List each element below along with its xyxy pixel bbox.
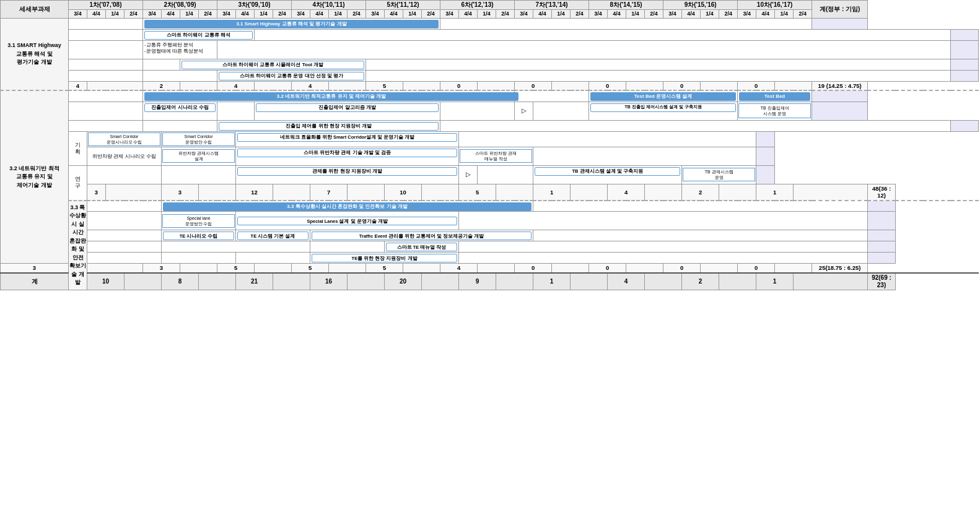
sub-7-4: 2/4	[571, 10, 589, 19]
header-period-5: 5차('11,'12)	[366, 1, 440, 10]
header-period-10: 10차('16,'17)	[738, 1, 812, 10]
section-3-2-bar-row: 3.2 네트워기반 최적교통류 유지 및제어기술 개발 3.2 네트워기반 최적…	[1, 90, 979, 102]
sub-1-3: 1/4	[106, 10, 125, 19]
header-period-1: 1차('07,'08)	[69, 1, 143, 10]
sub-6-1: 3/4	[440, 10, 459, 19]
sub-10-2: 4/4	[756, 10, 775, 19]
section-3-2-count: 3 3 12 7 10 5 1 4 2 1 48(36 : 12)	[1, 184, 979, 200]
header-period-8: 8차('14,'15)	[589, 1, 663, 10]
section-3-2-label: 3.2 네트워기반 최적교통류 유지 및제어기술 개발	[1, 90, 69, 263]
sub-6-2: 4/4	[459, 10, 478, 19]
sub-4-1: 3/4	[292, 10, 310, 19]
sub-8-3: 1/4	[626, 10, 645, 19]
section-3-3-row3: 스마트 TE 매뉴얼 작성	[1, 241, 979, 253]
sub-10-1: 3/4	[738, 10, 756, 19]
sub-7-3: 1/4	[552, 10, 571, 19]
section-3-1-row4: 스마트 하이웨이 교통류 시뮬레이션 Tool 개발	[1, 59, 979, 70]
count-3-1-p5: 5	[366, 81, 403, 90]
sub-8-1: 3/4	[589, 10, 608, 19]
count-3-1-total: 19 (14.25 : 4.75)	[812, 81, 868, 90]
main-table: 세세부과제 1차('07,'08) 2차('08,'09) 3차('09,'10…	[0, 0, 979, 290]
section-3-3-row1: Special lane운영방안 수립 Special Lanes 설계 및 운…	[1, 212, 979, 230]
count-3-3-total: 25(18.75 : 6.25)	[812, 264, 868, 273]
header-period-9: 9차('15,'16)	[663, 1, 738, 10]
sub-4-4: 2/4	[348, 10, 366, 19]
count-3-2-total: 48(36 : 12)	[868, 184, 896, 200]
sub-1-4: 2/4	[125, 10, 143, 19]
sub-4-3: 1/4	[329, 10, 348, 19]
section-3-2-row1: 진출입제어 시나리오 수립 진출입제어 알고리즘 개발 ▷ TB 진출입 제어시…	[1, 102, 979, 120]
sub-9-2: 4/4	[682, 10, 701, 19]
sub-9-1: 3/4	[663, 10, 682, 19]
section-3-1-row3: -교통류 주행패턴 분석-운영형태에 따른 특성분석	[1, 40, 979, 59]
sub-7-1: 3/4	[515, 10, 533, 19]
sub-9-3: 1/4	[701, 10, 719, 19]
section-3-2-row2: 진출입 제어를 위한 현장 지원장비 개발	[1, 120, 979, 131]
sub-3-4: 2/4	[273, 10, 292, 19]
section-3-3-row4: TE를 위한 현장 지원장비 개발	[1, 253, 979, 264]
section-3-2-row3: 기획 Smart Corridor운영시나리오 수립 Smart Corrido…	[1, 131, 979, 147]
count-3-1-p7: 0	[515, 81, 552, 90]
sub-5-2: 4/4	[385, 10, 403, 19]
header-task: 세세부과제	[1, 1, 69, 19]
sub-5-3: 1/4	[403, 10, 422, 19]
section-3-3-bar-row: 3.3 특수상황시 실시간혼잡완화 및 안전확보기술 개발 3.3 특수상황시 …	[1, 201, 979, 212]
section-3-3-label: 3.3 특수상황시 실시간혼잡완화 및 안전확보기술 개발	[69, 201, 87, 290]
count-3-1-p3: 4	[217, 81, 255, 90]
section-3-1-row2: 스마트 하이웨이 교통류 해석	[1, 29, 979, 40]
section-3-1-row5: 스마트 하이웨이 교통류 운영 대안 선정 및 평가	[1, 70, 979, 81]
sub-3-1: 3/4	[217, 10, 236, 19]
sub-10-4: 2/4	[794, 10, 812, 19]
count-3-1-p6: 0	[440, 81, 478, 90]
section-3-3-row2: TE 시나리오 수립 TE 시스템 기본 설계 Traffic Event 관리…	[1, 230, 979, 241]
sub-8-4: 2/4	[645, 10, 663, 19]
section-3-1-count: 4 2 4 4 5 0 0 0 0 0 19 (14.25 : 4.75)	[1, 81, 979, 90]
header-total: 계(정부 : 기임)	[812, 1, 868, 19]
sub-2-3: 1/4	[180, 10, 199, 19]
count-3-1-p2: 2	[143, 81, 180, 90]
section-3-1-label: 3.1 SMART Highway교통류 해석 및평가기술 개발	[1, 18, 69, 90]
count-3-2-p1: 3	[87, 184, 106, 200]
section-3-2-row4: 위반차량 관제 시나리오 수립 위반차량 관제시스템설계 스마트 위반차량 관제…	[1, 147, 979, 165]
section-3-3-count: 3 3 5 5 5 4 0 0 0 0 25(18.75 : 6.25)	[1, 264, 979, 273]
header-period-3: 3차('09,'10)	[217, 1, 292, 10]
header-period-4: 4차('10,'11)	[292, 1, 366, 10]
total-p1: 10	[87, 273, 125, 290]
sub-3-2: 4/4	[236, 10, 255, 19]
count-3-1-p4: 4	[292, 81, 329, 90]
header-period-6: 6차('12,'13)	[440, 1, 515, 10]
sub-2-4: 2/4	[199, 10, 217, 19]
count-3-1-p9: 0	[663, 81, 701, 90]
sub-7-2: 4/4	[533, 10, 552, 19]
header-period-7: 7차('13,'14)	[515, 1, 589, 10]
count-3-1-p10: 0	[738, 81, 775, 90]
sub-10-3: 1/4	[775, 10, 794, 19]
sub-4-2: 4/4	[310, 10, 329, 19]
section-3-1-bar-row: 3.1 SMART Highway교통류 해석 및평가기술 개발 3.1 Sma…	[1, 18, 979, 29]
sub-6-3: 1/4	[478, 10, 496, 19]
sub-1-1: 3/4	[69, 10, 87, 19]
sub-2-2: 4/4	[162, 10, 180, 19]
grand-total: 92(69 : 23)	[868, 273, 896, 290]
total-row: 계 10 8 21 16 20 9 1 4 2 1 92(69 : 23)	[1, 273, 979, 290]
total-label: 계	[1, 273, 69, 290]
sub-3-3: 1/4	[255, 10, 273, 19]
header-period-2: 2차('08,'09)	[143, 1, 217, 10]
count-3-1-p8: 0	[589, 81, 626, 90]
sub-6-4: 2/4	[496, 10, 515, 19]
sub-9-4: 2/4	[719, 10, 738, 19]
sub-1-2: 4/4	[87, 10, 106, 19]
count-3-1-p1b	[87, 81, 143, 90]
section-3-2-row5: 연구 관제를 위한 현장 지원장비 개발 ▷ TB 관제시스템 설계 및 구축지…	[1, 165, 979, 184]
sub-5-4: 2/4	[422, 10, 440, 19]
sub-8-2: 4/4	[608, 10, 626, 19]
sub-2-1: 3/4	[143, 10, 162, 19]
sub-5-1: 3/4	[366, 10, 385, 19]
count-3-1-p1: 4	[69, 81, 87, 90]
